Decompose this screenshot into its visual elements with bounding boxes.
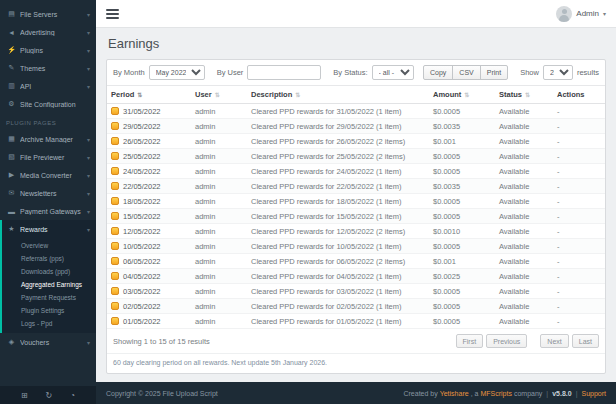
cell-actions: -: [553, 149, 605, 164]
page-title: Earnings: [108, 36, 606, 51]
sort-icon[interactable]: ⇅: [464, 92, 469, 98]
sidebar: ▤File Servers▾◄Advertising▾⚡Plugins▾✎The…: [0, 0, 96, 404]
sidebar-subitem-overview[interactable]: Overview: [2, 239, 96, 252]
sort-icon[interactable]: ⇅: [137, 92, 142, 98]
cell-user: admin: [191, 194, 247, 209]
reward-icon: [111, 272, 119, 280]
cell-user: admin: [191, 314, 247, 329]
chevron-down-icon: ▾: [603, 10, 606, 17]
column-header-amount[interactable]: Amount⇅: [429, 86, 495, 104]
table-row: 10/05/2022adminCleared PPD rewards for 1…: [107, 239, 605, 254]
user-filter-input[interactable]: [247, 65, 321, 80]
earnings-table: Period⇅User⇅Description⇅Amount⇅Status⇅Ac…: [107, 86, 605, 329]
sidebar-item-archive-manager[interactable]: ▦Archive Manager▾: [0, 130, 96, 148]
sidebar-item-plugins[interactable]: ⚡Plugins▾: [0, 41, 96, 59]
table-header-row: Period⇅User⇅Description⇅Amount⇅Status⇅Ac…: [107, 86, 605, 104]
cell-description: Cleared PPD rewards for 22/05/2022 (1 it…: [247, 179, 429, 194]
copy-button[interactable]: Copy: [423, 65, 453, 80]
sidebar-item-label: Media Converter: [20, 172, 85, 179]
table-row: 31/05/2022adminCleared PPD rewards for 3…: [107, 104, 605, 119]
sidebar-item-vouchers[interactable]: ◈Vouchers▾: [0, 333, 96, 351]
column-header-user[interactable]: User⇅: [191, 86, 247, 104]
sidebar-item-newsletters[interactable]: ✉Newsletters▾: [0, 184, 96, 202]
first-page-button[interactable]: First: [456, 334, 484, 348]
avatar[interactable]: [556, 6, 572, 22]
sidebar-spacer: [0, 351, 96, 386]
sidebar-item-media-converter[interactable]: ▶Media Converter▾: [0, 166, 96, 184]
sort-icon[interactable]: ⇅: [215, 92, 220, 98]
by-status-label: By Status:: [333, 68, 367, 77]
column-label: Actions: [557, 90, 585, 99]
chevron-down-icon: ▾: [87, 47, 90, 54]
mfscripts-link[interactable]: MFScripts: [480, 390, 512, 397]
cell-period: 26/05/2022: [107, 134, 191, 149]
sidebar-item-themes[interactable]: ✎Themes▾: [0, 59, 96, 77]
sidebar-item-file-previewer[interactable]: ▧File Previewer▾: [0, 148, 96, 166]
cell-period: 31/05/2022: [107, 104, 191, 119]
archive-icon: ▦: [6, 135, 17, 143]
sidebar-subitem-downloads-ppd[interactable]: Downloads (ppd): [2, 265, 96, 278]
table-row: 26/05/2022adminCleared PPD rewards for 2…: [107, 134, 605, 149]
user-menu[interactable]: Admin ▾: [556, 6, 606, 22]
cell-amount: $0.0005: [429, 239, 495, 254]
period-value: 22/05/2022: [123, 182, 161, 191]
page-size-select[interactable]: 25: [543, 65, 573, 80]
csv-button[interactable]: CSV: [452, 65, 480, 80]
next-page-button[interactable]: Next: [540, 334, 568, 348]
cell-actions: -: [553, 194, 605, 209]
column-header-status[interactable]: Status⇅: [495, 86, 553, 104]
yetishare-link[interactable]: Yetishare: [440, 390, 469, 397]
cell-amount: $0.0005: [429, 164, 495, 179]
sidebar-subitem-logs-ppd[interactable]: Logs - Ppd: [2, 317, 96, 330]
chevron-down-icon: ▾: [87, 339, 90, 346]
status-select[interactable]: - all -: [372, 65, 414, 80]
sidebar-item-label: Newsletters: [20, 190, 85, 197]
sidebar-item-site-configuration[interactable]: ⚙Site Configuration: [0, 95, 96, 113]
server-icon: ▤: [6, 10, 17, 18]
period-value: 04/05/2022: [123, 272, 161, 281]
rewards-submenu: OverviewReferrals (pps)Downloads (ppd)Ag…: [2, 238, 96, 333]
reward-icon: [111, 152, 119, 160]
sidebar-item-label: Plugins: [20, 47, 85, 54]
table-row: 24/05/2022adminCleared PPD rewards for 2…: [107, 164, 605, 179]
sidebar-item-rewards[interactable]: ★Rewards▾: [2, 220, 96, 238]
cell-status: Available: [495, 179, 553, 194]
divider: |: [576, 390, 578, 397]
sidebar-item-advertising[interactable]: ◄Advertising▾: [0, 23, 96, 41]
cell-user: admin: [191, 239, 247, 254]
menu-toggle-button[interactable]: [106, 9, 119, 19]
sidebar-subitem-plugin-settings[interactable]: Plugin Settings: [2, 304, 96, 317]
sidebar-subitem-referrals-pps[interactable]: Referrals (pps): [2, 252, 96, 265]
cell-user: admin: [191, 179, 247, 194]
sidebar-item-payment-gateways[interactable]: ▬Payment Gateways▾: [0, 202, 96, 220]
table-footer: Showing 1 to 15 of 15 results First Prev…: [107, 329, 605, 353]
cell-period: 24/05/2022: [107, 164, 191, 179]
chevron-down-icon: ▾: [87, 65, 90, 72]
sort-icon[interactable]: ⇅: [295, 92, 300, 98]
cell-description: Cleared PPD rewards for 29/05/2022 (1 it…: [247, 119, 429, 134]
cell-actions: -: [553, 119, 605, 134]
column-header-period[interactable]: Period⇅: [107, 86, 191, 104]
period-value: 10/05/2022: [123, 242, 161, 251]
print-button[interactable]: Print: [480, 65, 508, 80]
sidebar-subitem-aggregated-earnings[interactable]: Aggregated Earnings: [2, 278, 96, 291]
cell-description: Cleared PPD rewards for 10/05/2022 (1 it…: [247, 239, 429, 254]
clock-icon[interactable]: ◔: [70, 391, 75, 400]
previous-page-button[interactable]: Previous: [486, 334, 527, 348]
sidebar-subitem-payment-requests[interactable]: Payment Requests: [2, 291, 96, 304]
last-page-button[interactable]: Last: [572, 334, 599, 348]
sort-icon[interactable]: ⇅: [525, 92, 530, 98]
sidebar-item-file-servers[interactable]: ▤File Servers▾: [0, 5, 96, 23]
month-select[interactable]: May 2022: [149, 65, 205, 80]
column-header-description[interactable]: Description⇅: [247, 86, 429, 104]
cell-user: admin: [191, 134, 247, 149]
sidebar-rewards-group: ★Rewards▾OverviewReferrals (pps)Download…: [0, 220, 96, 333]
cell-actions: -: [553, 269, 605, 284]
sidebar-item-api[interactable]: ▥API▾: [0, 77, 96, 95]
cell-description: Cleared PPD rewards for 06/05/2022 (2 it…: [247, 254, 429, 269]
refresh-icon[interactable]: ↻: [46, 391, 53, 400]
apps-grid-icon[interactable]: ⊞: [21, 391, 28, 400]
cell-period: 04/05/2022: [107, 269, 191, 284]
support-link[interactable]: Support: [581, 390, 606, 397]
media-icon: ▶: [6, 171, 17, 179]
